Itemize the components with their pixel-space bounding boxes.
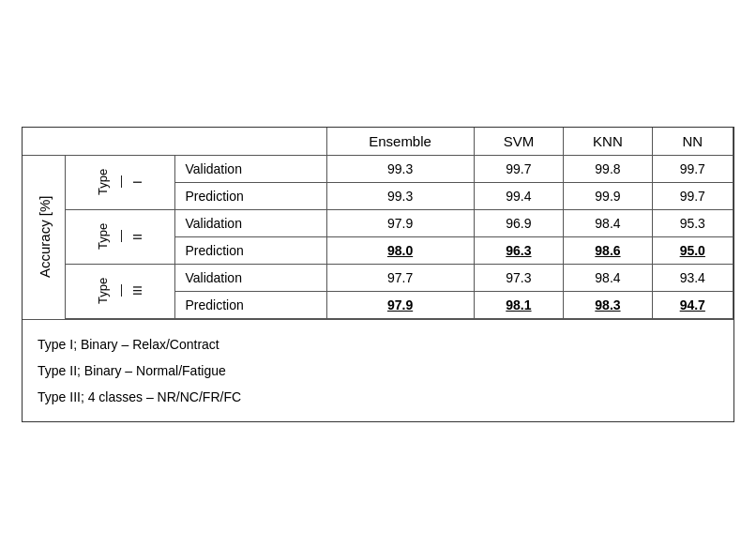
data-cell: 98.6 bbox=[564, 236, 652, 264]
header-svm: SVM bbox=[474, 128, 564, 156]
data-cell: 99.4 bbox=[474, 182, 564, 209]
data-cell: 97.9 bbox=[326, 209, 474, 236]
header-knn: KNN bbox=[564, 128, 652, 156]
data-cell: 95.3 bbox=[652, 209, 733, 236]
row-kind-label: Prediction bbox=[175, 182, 326, 209]
row-kind-label: Prediction bbox=[175, 291, 326, 318]
row-kind-label: Validation bbox=[175, 209, 326, 236]
accuracy-label: Accuracy [%] bbox=[23, 155, 66, 318]
data-cell: 98.3 bbox=[564, 291, 652, 318]
data-cell: 99.3 bbox=[326, 182, 474, 209]
data-cell: 98.0 bbox=[326, 236, 474, 264]
row-kind-label: Prediction bbox=[175, 236, 326, 264]
type-label-2: Type—II bbox=[66, 209, 175, 264]
footnote-2: Type II; Binary – Normal/Fatigue bbox=[38, 358, 718, 384]
data-cell: 98.4 bbox=[564, 264, 652, 291]
header-ensemble: Ensemble bbox=[326, 128, 474, 156]
header-nn: NN bbox=[652, 128, 733, 156]
data-cell: 97.7 bbox=[326, 264, 474, 291]
data-cell: 99.9 bbox=[564, 182, 652, 209]
main-table-wrapper: Ensemble SVM KNN NN Accuracy [%]Type—IVa… bbox=[22, 127, 734, 422]
data-cell: 96.3 bbox=[474, 236, 564, 264]
data-cell: 99.8 bbox=[564, 155, 652, 182]
type-label-1: Type—I bbox=[66, 155, 175, 209]
data-cell: 98.1 bbox=[474, 291, 564, 318]
data-cell: 96.9 bbox=[474, 209, 564, 236]
data-cell: 99.3 bbox=[326, 155, 474, 182]
footnote-3: Type III; 4 classes – NR/NC/FR/FC bbox=[38, 384, 718, 410]
data-cell: 93.4 bbox=[652, 264, 733, 291]
data-cell: 99.7 bbox=[652, 182, 733, 209]
data-cell: 95.0 bbox=[652, 236, 733, 264]
footnote-1: Type I; Binary – Relax/Contract bbox=[38, 331, 718, 358]
row-kind-label: Validation bbox=[175, 264, 326, 291]
data-cell: 98.4 bbox=[564, 209, 652, 236]
data-cell: 97.3 bbox=[474, 264, 564, 291]
data-cell: 99.7 bbox=[652, 155, 733, 182]
type-label-3: Type—III bbox=[66, 264, 175, 318]
header-empty bbox=[23, 128, 326, 156]
footnote-area: Type I; Binary – Relax/Contract Type II;… bbox=[23, 319, 733, 421]
data-cell: 97.9 bbox=[326, 291, 474, 318]
data-cell: 99.7 bbox=[474, 155, 564, 182]
data-cell: 94.7 bbox=[652, 291, 733, 318]
row-kind-label: Validation bbox=[175, 155, 326, 182]
